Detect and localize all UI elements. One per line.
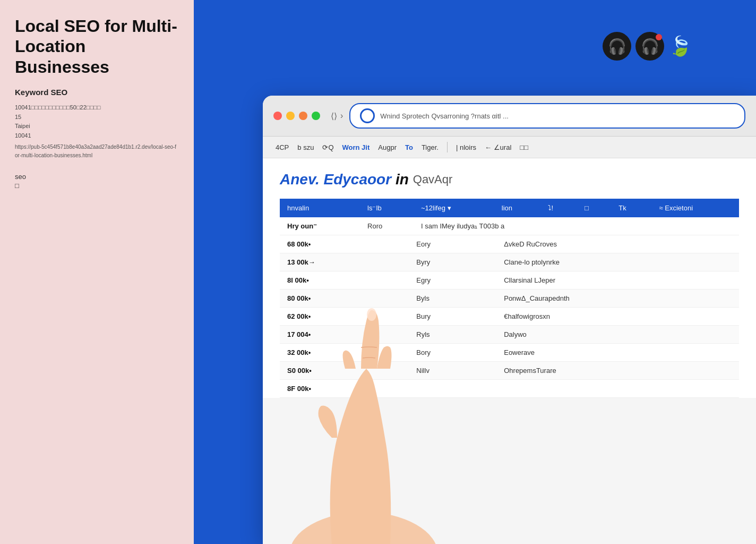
address-circle-icon xyxy=(360,108,375,123)
table-meta-row: Hry oun⁻ Roro I sam IMey iludya₁ T003b a xyxy=(280,217,739,235)
toolbar-item-8[interactable]: ← ∠ural xyxy=(485,143,511,151)
table-row: 8l 00k•EgryCllarsinal LJeper xyxy=(280,271,739,290)
address-bar[interactable]: Wnind Sprotech Qvsarroning ?rnats αitl .… xyxy=(349,103,745,129)
table-cell-8-2 xyxy=(496,380,739,398)
toolbar-item-0[interactable]: 4CP xyxy=(276,143,289,151)
table-header: hnvalin ls⁻lb ~12lifeg ▾ lion ⤵! □ Tk ≈ … xyxy=(280,199,739,217)
page-subtitle: QavAqr xyxy=(413,173,453,186)
table-cell-2-2: Cllarsinal LJeper xyxy=(496,271,739,290)
table-cell-8-0: 8F 00k• xyxy=(280,380,409,398)
right-panel: 🎧 🎧 🍃 ⟨⟩ › Wnind Sprotech Qvsarroning ?r… xyxy=(194,0,756,544)
table-cell-5-2: Dalywo xyxy=(496,326,739,344)
table-cell-5-1: Ryls xyxy=(409,326,496,344)
table-cell-3-1: Byls xyxy=(409,290,496,308)
table-cell-3-2: PonwΔ_Caurapednth xyxy=(496,290,739,308)
table-cell-8-1 xyxy=(409,380,496,398)
headphone-icon-1: 🎧 xyxy=(603,32,631,61)
table-cell-0-0: 68 00k• xyxy=(280,235,409,253)
back-icon[interactable]: ⟨⟩ xyxy=(331,111,337,121)
toolbar-item-9[interactable]: □□ xyxy=(520,143,528,151)
tl-orange[interactable] xyxy=(299,112,307,120)
tags-block: seo □ xyxy=(15,173,179,191)
table-cell-5-0: 17 004• xyxy=(280,326,409,344)
keyword-seo-label: Keyword SEO xyxy=(15,88,179,97)
toolbar-item-6[interactable]: Tiger. xyxy=(422,143,439,151)
browser-window: ⟨⟩ › Wnind Sprotech Qvsarroning ?rnats α… xyxy=(263,96,756,544)
table-cell-6-0: 32 00k• xyxy=(280,344,409,362)
meta-block: 10041□□□□□□□□□□□50□22□□□□ 15 Taipei 1004… xyxy=(15,103,179,159)
table-row: 62 00k•Bury€halfowigrosxn xyxy=(280,308,739,326)
browser-chrome: ⟨⟩ › Wnind Sprotech Qvsarroning ?rnats α… xyxy=(263,96,756,137)
col-header-7: ≈ Excietoni xyxy=(652,199,739,217)
tl-red[interactable] xyxy=(273,112,282,120)
data-rows-table: 68 00k•EoryΔvkeD RuCroves13 00k→ByryClan… xyxy=(280,235,739,398)
tl-yellow[interactable] xyxy=(286,112,295,120)
table-row: S0 00k•NillvOhrepemsTurare xyxy=(280,362,739,380)
browser-toolbar: 4CP b szu ⟳Q Worn Jit Augpr To Tiger. | … xyxy=(263,137,756,158)
address-text: Wnind Sprotech Qvsarroning ?rnats αitl .… xyxy=(380,112,509,120)
tl-green[interactable] xyxy=(312,112,320,120)
table-cell-7-0: S0 00k• xyxy=(280,362,409,380)
col-header-6: Tk xyxy=(611,199,651,217)
col-header-2: ~12lifeg ▾ xyxy=(414,199,494,217)
col-header-0: hnvalin xyxy=(280,199,360,217)
table-cell-2-0: 8l 00k• xyxy=(280,271,409,290)
col-header-4: ⤵! xyxy=(540,199,577,217)
table-cell-1-1: Byry xyxy=(409,253,496,271)
col-header-5: □ xyxy=(577,199,611,217)
page-title-area: Anev. Edycaoor in QavAqr xyxy=(280,171,739,188)
page-title-blue: Anev. Edycaoor in xyxy=(280,171,409,188)
table-body: Hry oun⁻ Roro I sam IMey iludya₁ T003b a xyxy=(280,217,739,235)
toolbar-item-1[interactable]: b szu xyxy=(297,143,314,151)
nav-arrows: ⟨⟩ › xyxy=(331,111,343,121)
page-title: Local SEO for Multi-Location Businesses xyxy=(15,16,179,77)
top-icons: 🎧 🎧 🍃 xyxy=(603,32,692,61)
table-row: 80 00k•BylsPonwΔ_Caurapednth xyxy=(280,290,739,308)
table-cell-0-2: ΔvkeD RuCroves xyxy=(496,235,739,253)
svg-point-0 xyxy=(289,512,438,544)
table-cell-4-0: 62 00k• xyxy=(280,308,409,326)
toolbar-item-3[interactable]: Worn Jit xyxy=(342,143,370,151)
table-cell-7-2: OhrepemsTurare xyxy=(496,362,739,380)
table-cell-7-1: Nillv xyxy=(409,362,496,380)
table-cell-6-1: Bory xyxy=(409,344,496,362)
col-header-1: ls⁻lb xyxy=(360,199,414,217)
table-cell-1-0: 13 00k→ xyxy=(280,253,409,271)
table-cell-4-1: Bury xyxy=(409,308,496,326)
col-header-3: lion xyxy=(494,199,540,217)
forward-icon[interactable]: › xyxy=(340,111,343,121)
left-panel: Local SEO for Multi-Location Businesses … xyxy=(0,0,194,544)
leaf-icon: 🍃 xyxy=(668,35,692,57)
toolbar-separator xyxy=(447,142,448,152)
table-cell-3-0: 80 00k• xyxy=(280,290,409,308)
table-row: 68 00k•EoryΔvkeD RuCroves xyxy=(280,235,739,253)
headphone-icon-2: 🎧 xyxy=(635,32,664,61)
data-table: hnvalin ls⁻lb ~12lifeg ▾ lion ⤵! □ Tk ≈ … xyxy=(280,199,739,235)
table-cell-6-2: Eowerave xyxy=(496,344,739,362)
toolbar-item-4[interactable]: Augpr xyxy=(378,143,397,151)
table-rows-body: 68 00k•EoryΔvkeD RuCroves13 00k→ByryClan… xyxy=(280,235,739,398)
traffic-lights xyxy=(273,112,320,120)
toolbar-item-7[interactable]: | nloirs xyxy=(456,143,476,151)
table-row: 8F 00k• xyxy=(280,380,739,398)
table-row: 13 00k→ByryClane-lo ptolynrke xyxy=(280,253,739,271)
table-cell-1-2: Clane-lo ptolynrke xyxy=(496,253,739,271)
toolbar-item-2[interactable]: ⟳Q xyxy=(322,143,333,151)
table-cell-2-1: Egry xyxy=(409,271,496,290)
table-cell-0-1: Eory xyxy=(409,235,496,253)
browser-content: Anev. Edycaoor in QavAqr hnvalin ls⁻lb ~… xyxy=(263,158,756,398)
table-row: 17 004•RylsDalywo xyxy=(280,326,739,344)
table-row: 32 00k•BoryEowerave xyxy=(280,344,739,362)
toolbar-item-5[interactable]: To xyxy=(405,143,413,151)
table-cell-4-2: €halfowigrosxn xyxy=(496,308,739,326)
